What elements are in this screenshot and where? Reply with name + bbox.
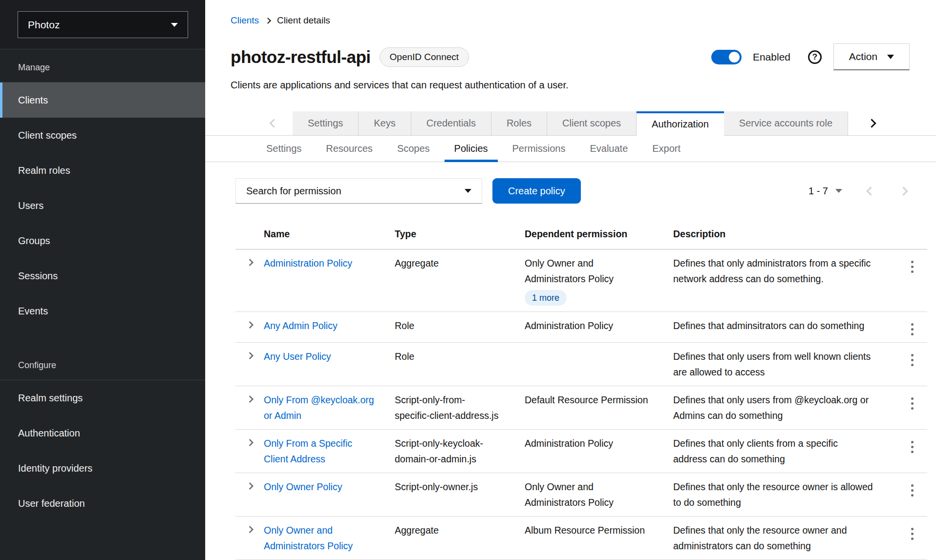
cell-line: Defines that only administrators from a … — [673, 255, 890, 271]
dependent-permission-cell: Only Owner andAdministrators Policy1 mor… — [525, 255, 673, 306]
kebab-menu-button[interactable] — [897, 479, 927, 510]
policy-name-link[interactable]: Any User Policy — [264, 349, 395, 380]
tab-settings[interactable]: Settings — [293, 111, 359, 136]
policy-name-link[interactable]: Only Owner andAdministrators Policy — [264, 522, 395, 554]
pagination-next-icon[interactable] — [899, 187, 908, 195]
policy-name-link[interactable]: Only From a SpecificClient Address — [264, 436, 395, 467]
sidebar-item-clients[interactable]: Clients — [0, 83, 205, 118]
sidebar-item-client-scopes[interactable]: Client scopes — [0, 118, 205, 153]
kebab-dot — [911, 451, 914, 453]
cell-line: Aggregate — [395, 255, 518, 271]
sidebar-item-realm-roles[interactable]: Realm roles — [0, 153, 205, 188]
chevron-right-icon[interactable] — [246, 439, 254, 447]
tab-authorization[interactable]: Authorization — [637, 111, 724, 136]
help-icon[interactable]: ? — [808, 50, 822, 64]
policies-toolbar: Search for permission Create policy 1 - … — [235, 178, 907, 204]
kebab-menu-button[interactable] — [897, 522, 927, 554]
tab-keys[interactable]: Keys — [359, 111, 411, 136]
search-permission-select[interactable]: Search for permission — [235, 178, 482, 204]
description-cell: Defines that only users from well known … — [673, 349, 897, 380]
subtab-settings[interactable]: Settings — [256, 136, 311, 162]
dependent-permission-cell: Administration Policy — [525, 436, 673, 467]
kebab-dot — [911, 397, 914, 400]
tab-client-scopes[interactable]: Client scopes — [547, 111, 637, 136]
sidebar-item-events[interactable]: Events — [0, 293, 205, 329]
action-dropdown-button[interactable]: Action — [833, 43, 910, 70]
chevron-right-icon[interactable] — [246, 352, 254, 360]
kebab-menu-button[interactable] — [897, 436, 927, 467]
tab-roles[interactable]: Roles — [491, 111, 547, 136]
sidebar-item-authentication[interactable]: Authentication — [0, 415, 205, 451]
cell-line: Defines that only clients from a specifi… — [673, 436, 890, 451]
pagination-caret-icon[interactable] — [835, 189, 842, 193]
table-row: Only From a SpecificClient AddressScript… — [235, 430, 927, 473]
subtab-evaluate[interactable]: Evaluate — [580, 136, 638, 162]
sidebar-item-user-federation[interactable]: User federation — [0, 486, 205, 521]
kebab-dot — [911, 328, 914, 331]
policy-name-link[interactable]: Administration Policy — [264, 255, 395, 306]
subtab-export[interactable]: Export — [642, 136, 690, 162]
chevron-right-icon[interactable] — [246, 526, 254, 534]
more-chip[interactable]: 1 more — [525, 290, 567, 306]
pagination-prev-icon[interactable] — [866, 187, 875, 195]
cell-line: Aggregate — [395, 522, 518, 538]
cell-line: Only Owner and — [525, 255, 666, 271]
sidebar-item-sessions[interactable]: Sessions — [0, 258, 205, 293]
kebab-menu-button[interactable] — [897, 318, 927, 336]
chevron-right-icon[interactable] — [246, 321, 254, 329]
breadcrumb-link-clients[interactable]: Clients — [231, 15, 259, 26]
row-expand-cell — [235, 522, 264, 554]
kebab-dot — [911, 323, 914, 326]
chevron-right-icon[interactable] — [246, 482, 254, 490]
table-row: Any User PolicyRoleDefines that only use… — [235, 343, 927, 386]
policy-name-link[interactable]: Only Owner Policy — [264, 479, 395, 510]
policy-name-link[interactable]: Any Admin Policy — [264, 318, 395, 336]
main-tab-bar: SettingsKeysCredentialsRolesClient scope… — [205, 111, 936, 136]
kebab-menu-button[interactable] — [897, 392, 927, 423]
chevron-right-icon[interactable] — [246, 259, 254, 267]
table-body: Administration PolicyAggregateOnly Owner… — [235, 249, 927, 560]
subtab-policies[interactable]: Policies — [445, 136, 498, 162]
sidebar-masthead: Photoz — [0, 0, 205, 49]
page-title: photoz-restful-api — [231, 47, 371, 67]
subtab-resources[interactable]: Resources — [316, 136, 383, 162]
cell-line: Defines that only users from well known … — [673, 349, 890, 364]
kebab-menu-button[interactable] — [897, 349, 927, 380]
enabled-label: Enabled — [753, 51, 790, 63]
kebab-menu-button[interactable] — [897, 255, 927, 306]
policy-name-link[interactable]: Only From @keycloak.orgor Admin — [264, 392, 395, 423]
dependent-permission-cell — [525, 349, 673, 380]
sidebar-item-groups[interactable]: Groups — [0, 223, 205, 258]
tab-service-accounts-role[interactable]: Service accounts role — [724, 111, 848, 136]
cell-line: to do something — [673, 495, 890, 510]
cell-line: network address can do something. — [673, 271, 890, 287]
sidebar: Photoz ManageClientsClient scopesRealm r… — [0, 0, 205, 560]
cell-line: Administration Policy — [525, 436, 666, 451]
nav-section-title: Manage — [0, 49, 205, 83]
realm-selector-label: Photoz — [28, 19, 60, 31]
sidebar-item-identity-providers[interactable]: Identity providers — [0, 451, 205, 486]
row-expand-cell — [235, 318, 264, 336]
scroll-right-icon[interactable] — [867, 119, 876, 127]
realm-selector[interactable]: Photoz — [18, 11, 188, 38]
row-expand-cell — [235, 479, 264, 510]
subtab-scopes[interactable]: Scopes — [387, 136, 440, 162]
subtab-permissions[interactable]: Permissions — [503, 136, 575, 162]
chevron-right-icon — [265, 18, 271, 24]
chevron-right-icon[interactable] — [246, 395, 254, 403]
sidebar-item-users[interactable]: Users — [0, 188, 205, 223]
scroll-left-icon[interactable] — [269, 119, 278, 127]
create-policy-button[interactable]: Create policy — [492, 178, 581, 204]
tab-credentials[interactable]: Credentials — [411, 111, 491, 136]
description-cell: Defines that adminsitrators can do somet… — [673, 318, 897, 336]
cell-line: Admins can do something — [673, 408, 890, 423]
nav-section-configure: ConfigureRealm settingsAuthenticationIde… — [0, 329, 205, 521]
caret-down-icon — [465, 189, 471, 193]
main-content: Clients Client details photoz-restful-ap… — [205, 0, 936, 560]
dependent-permission-cell: Only Owner andAdministrators Policy — [525, 479, 673, 510]
cell-line: Defines that only the resource owner and — [673, 522, 890, 538]
kebab-dot — [911, 333, 914, 335]
enabled-toggle[interactable] — [711, 50, 742, 64]
sidebar-item-realm-settings[interactable]: Realm settings — [0, 380, 205, 415]
cell-line: Only Owner and — [264, 522, 388, 538]
